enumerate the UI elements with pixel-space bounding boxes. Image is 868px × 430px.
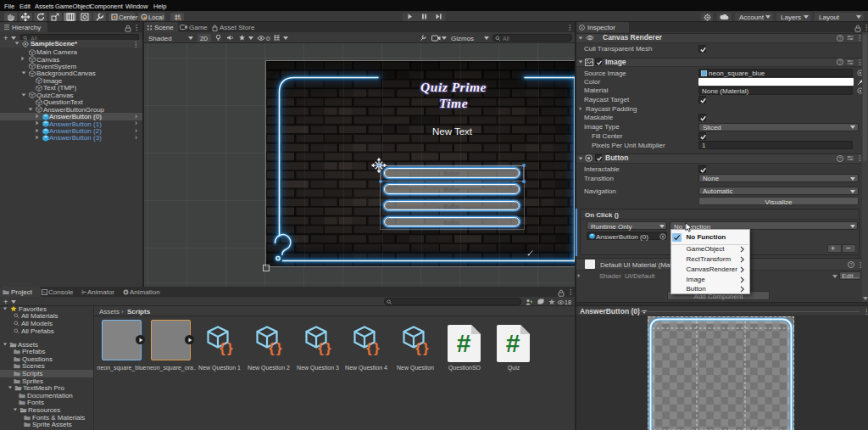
svg-text:{: { xyxy=(366,340,372,355)
svg-text:}: } xyxy=(326,340,331,355)
svg-text:?: ? xyxy=(849,262,852,267)
svg-text:{: { xyxy=(415,340,421,355)
svg-text:{: { xyxy=(318,340,324,355)
svg-text:#: # xyxy=(506,329,520,357)
svg-text:}: } xyxy=(276,340,282,355)
svg-text:}: } xyxy=(423,340,429,355)
svg-text:{: { xyxy=(269,340,275,355)
svg-text:?: ? xyxy=(838,59,841,64)
svg-text:}: } xyxy=(374,340,380,355)
svg-text:?: ? xyxy=(838,156,841,161)
svg-text:{: { xyxy=(220,340,225,355)
svg-text:}: } xyxy=(227,340,233,355)
svg-text:?: ? xyxy=(838,36,841,41)
svg-text:#: # xyxy=(457,329,471,357)
